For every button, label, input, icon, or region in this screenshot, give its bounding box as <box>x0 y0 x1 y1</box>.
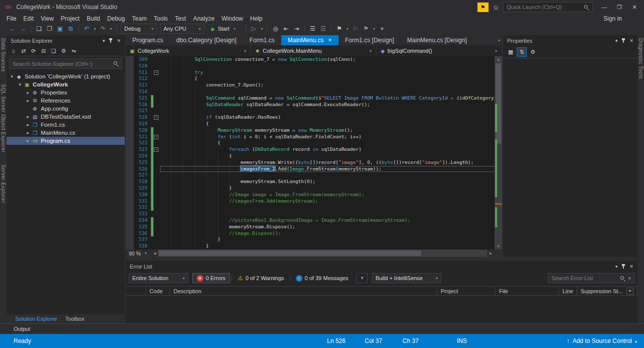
breakpoint-margin[interactable] <box>126 204 134 211</box>
outlining-margin[interactable] <box>153 204 160 211</box>
find-in-files-icon[interactable]: ◎ <box>270 24 281 34</box>
save-icon[interactable]: ▣ <box>55 24 65 34</box>
undo-icon[interactable]: ↶ <box>82 24 92 34</box>
tree-item[interactable]: ▸⚙Properties <box>7 89 125 97</box>
feedback-button[interactable]: ☺ <box>493 4 499 11</box>
outlining-margin[interactable] <box>153 236 160 243</box>
toggle-bookmark-icon[interactable]: ⚑ <box>334 24 345 34</box>
editor-horizontal-scrollbar[interactable] <box>158 249 487 257</box>
menu-item-analyze[interactable]: Analyze <box>190 14 218 23</box>
breakpoint-margin[interactable] <box>126 217 134 224</box>
outlining-margin[interactable] <box>153 159 160 166</box>
breakpoint-margin[interactable] <box>126 236 134 243</box>
breakpoint-margin[interactable] <box>126 127 134 134</box>
document-tab[interactable]: MainMenu.cs [Design] <box>400 35 473 45</box>
status-character-label[interactable]: Ch 37 <box>403 334 419 348</box>
chevron-right-icon[interactable]: ▸ <box>25 90 31 95</box>
menu-item-edit[interactable]: Edit <box>20 14 37 23</box>
breakpoint-margin[interactable] <box>126 211 134 217</box>
outlining-margin[interactable] <box>153 230 160 237</box>
increase-indent-icon[interactable]: ⇥ <box>291 24 302 34</box>
outlining-margin[interactable] <box>153 172 160 179</box>
breakpoint-margin[interactable] <box>126 243 134 249</box>
pin-icon[interactable] <box>109 38 113 43</box>
solution-platforms-dropdown[interactable]: Any CPU▾ <box>160 24 204 34</box>
document-list-caret-icon[interactable]: ▾ <box>498 38 500 43</box>
properties-icon[interactable]: ⚙ <box>59 48 68 54</box>
code-line[interactable]: 538 } <box>126 243 502 249</box>
scroll-right-icon[interactable]: ▶ <box>487 251 495 255</box>
close-icon[interactable]: ✕ <box>629 38 633 43</box>
outlining-margin[interactable] <box>153 108 160 114</box>
menu-item-test[interactable]: Test <box>172 14 190 23</box>
outlining-margin[interactable] <box>153 224 160 230</box>
breakpoint-margin[interactable] <box>126 179 134 185</box>
next-bookmark-icon[interactable]: ⚑ <box>361 24 371 34</box>
collapse-region-icon[interactable]: − <box>154 115 158 120</box>
save-all-icon[interactable]: ⧉ <box>65 24 76 34</box>
maximize-button[interactable]: ❐ <box>612 1 627 13</box>
tree-item[interactable]: ▸▤DBTestDataSet.xsd <box>7 113 125 121</box>
code-line[interactable]: 528 memoryStream.SetLength(0); <box>126 179 502 185</box>
code-line[interactable]: 514 <box>126 89 502 95</box>
chevron-down-icon[interactable]: ▾ <box>9 74 15 79</box>
error-list-column-header[interactable] <box>126 287 146 295</box>
collapse-region-icon[interactable]: − <box>154 147 158 152</box>
dropdown-caret-icon[interactable]: ▾ <box>108 27 114 31</box>
filter-icon[interactable]: ▼ <box>626 288 633 295</box>
error-list-column-header[interactable]: Description <box>170 287 437 295</box>
menu-item-window[interactable]: Window <box>218 14 247 23</box>
outlining-margin[interactable] <box>153 127 160 134</box>
decrease-indent-icon[interactable]: ⇤ <box>281 24 291 34</box>
status-insert-mode-label[interactable]: INS <box>457 334 467 348</box>
sync-with-active-document-icon[interactable]: ⇋ <box>69 48 78 54</box>
messages-filter-button[interactable]: i 0 of 39 Messages <box>292 273 353 283</box>
chevron-right-icon[interactable]: ▸ <box>25 98 31 103</box>
breakpoint-margin[interactable] <box>126 56 134 63</box>
breakpoint-margin[interactable] <box>126 153 134 159</box>
breakpoint-margin[interactable] <box>126 89 134 95</box>
code-line[interactable]: 520 MemoryStream memoryStream = new Memo… <box>126 127 502 134</box>
solution-explorer-search-input[interactable]: Search Solution Explorer (Ctrl+;) <box>9 58 122 69</box>
outlining-margin[interactable] <box>153 217 160 224</box>
code-line[interactable]: 509 SqlConnection connection_7 = new Sql… <box>126 56 502 63</box>
code-line[interactable]: 522 { <box>126 140 502 146</box>
toolbar-overflow-icon[interactable]: ▾ <box>377 24 387 34</box>
home-icon[interactable]: ⌂ <box>9 48 18 54</box>
collapse-region-icon[interactable]: − <box>154 70 158 75</box>
tree-item[interactable]: ▸⧉References <box>7 97 125 105</box>
code-line[interactable]: 518− if (sqlDataReader.HasRows) <box>126 114 502 121</box>
tree-item[interactable]: ⚙App.config <box>7 105 125 113</box>
warnings-filter-button[interactable]: ⚠ 0 of 2 Warnings <box>233 273 288 283</box>
breakpoint-margin[interactable] <box>126 102 134 108</box>
panel-tab-output[interactable]: Output <box>14 326 30 332</box>
dropdown-caret-icon[interactable]: ▾ <box>345 27 350 31</box>
outlining-margin[interactable] <box>153 63 160 69</box>
document-tab[interactable]: Form1.cs [Design] <box>339 35 400 45</box>
close-button[interactable]: ✕ <box>627 1 642 13</box>
chevron-right-icon[interactable]: ▸ <box>25 114 31 119</box>
collapse-region-icon[interactable]: − <box>154 135 158 139</box>
code-line[interactable]: 537 } <box>126 236 502 243</box>
document-tab[interactable]: Form1.cs <box>243 35 281 45</box>
outlining-margin[interactable]: − <box>153 146 160 153</box>
code-line[interactable]: 530 //Image image = Image.FromStream(mem… <box>126 192 502 198</box>
breakpoint-margin[interactable] <box>126 108 134 114</box>
forward-icon[interactable]: → <box>18 24 28 34</box>
menu-item-help[interactable]: Help <box>247 14 266 23</box>
performance-profiler-icon[interactable]: ▷ <box>249 24 259 34</box>
outlining-margin[interactable] <box>153 140 160 146</box>
outlining-margin[interactable] <box>153 89 160 95</box>
redo-icon[interactable]: ↷ <box>98 24 108 34</box>
error-list-column-header[interactable]: Code <box>146 287 170 295</box>
show-all-files-icon[interactable]: ❏ <box>49 48 58 54</box>
breakpoint-margin[interactable] <box>126 63 134 69</box>
menu-item-debug[interactable]: Debug <box>104 14 128 23</box>
code-line[interactable]: 523− foreach (DbDataRecord record in sql… <box>126 146 502 153</box>
outlining-margin[interactable] <box>153 185 160 192</box>
breakpoint-margin[interactable] <box>126 192 134 198</box>
code-line[interactable]: 524 { <box>126 153 502 159</box>
tree-item[interactable]: ▸❐MainMenu.cs <box>7 129 125 137</box>
scroll-left-icon[interactable]: ◀ <box>151 251 158 255</box>
document-tab[interactable]: Program.cs <box>126 35 170 45</box>
